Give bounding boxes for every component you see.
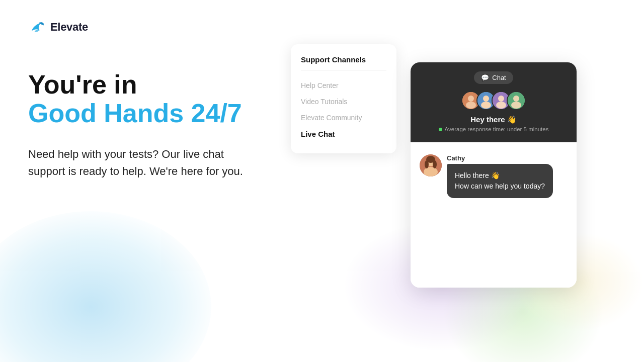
svg-point-1 — [468, 96, 474, 102]
svg-point-5 — [481, 102, 491, 109]
chat-body: Cathy Hello there 👋 How can we help you … — [411, 142, 577, 288]
cathy-avatar-img — [420, 154, 442, 176]
hero-section: You're in Good Hands 24/7 Need help with… — [28, 70, 260, 180]
chat-sender-name: Cathy — [447, 154, 553, 162]
avatar-face-4 — [508, 92, 525, 109]
support-panel-title: Support Channels — [301, 55, 386, 64]
svg-point-11 — [511, 102, 521, 109]
svg-point-8 — [496, 102, 506, 109]
chat-agent-avatars — [461, 91, 526, 110]
support-menu-help-center[interactable]: Help Center — [301, 77, 386, 94]
avatar-4 — [507, 91, 526, 110]
svg-point-17 — [433, 160, 437, 168]
chat-bubble-line2: How can we help you today? — [455, 181, 545, 192]
svg-point-2 — [466, 102, 476, 109]
chat-message-row: Cathy Hello there 👋 How can we help you … — [420, 154, 568, 198]
svg-point-7 — [498, 96, 504, 102]
chat-bubble: Hello there 👋 How can we help you today? — [447, 164, 553, 198]
hero-title-line2: Good Hands 24/7 — [28, 99, 260, 128]
chat-header: 💬 Chat — [411, 62, 577, 142]
chat-panel: 💬 Chat — [411, 62, 577, 288]
support-channels-panel: Support Channels Help Center Video Tutor… — [291, 44, 396, 153]
logo: Elevate — [28, 18, 88, 36]
logo-text: Elevate — [50, 21, 88, 34]
chat-bubble-icon: 💬 — [481, 74, 489, 81]
online-indicator — [439, 128, 442, 131]
support-menu-elevate-community[interactable]: Elevate Community — [301, 110, 386, 126]
chat-message-content: Cathy Hello there 👋 How can we help you … — [447, 154, 553, 198]
hero-subtitle: Need help with your tests? Our live chat… — [28, 146, 260, 180]
chat-tab: 💬 Chat — [474, 71, 513, 84]
support-menu-video-tutorials[interactable]: Video Tutorials — [301, 94, 386, 110]
svg-point-4 — [483, 96, 489, 102]
bird-icon — [28, 18, 46, 36]
cathy-avatar — [420, 154, 442, 176]
hero-title-line1: You're in — [28, 70, 260, 99]
svg-point-16 — [425, 160, 429, 168]
chat-response-time: Average response time: under 5 minutes — [439, 126, 549, 132]
chat-greeting: Hey there 👋 — [470, 115, 517, 124]
support-divider — [301, 70, 386, 70]
chat-tab-label: Chat — [492, 74, 506, 81]
support-menu-live-chat[interactable]: Live Chat — [301, 126, 386, 142]
background-blob-blue — [0, 211, 211, 362]
svg-point-10 — [513, 96, 519, 102]
chat-bubble-line1: Hello there 👋 — [455, 170, 545, 181]
response-time-text: Average response time: under 5 minutes — [445, 126, 549, 132]
